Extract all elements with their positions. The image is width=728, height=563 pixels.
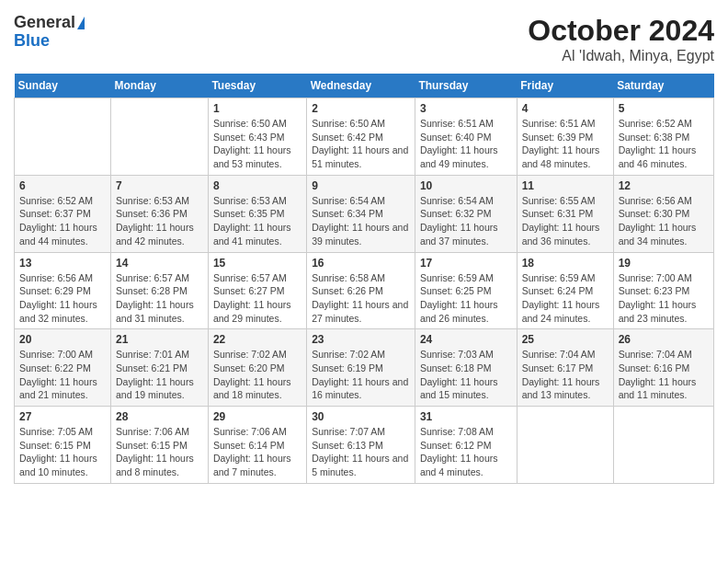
calendar-cell: 3Sunrise: 6:51 AMSunset: 6:40 PMDaylight… — [415, 98, 517, 176]
calendar-cell — [111, 98, 209, 176]
day-detail: Sunrise: 7:00 AMSunset: 6:22 PMDaylight:… — [19, 349, 97, 400]
calendar-cell: 27Sunrise: 7:05 AMSunset: 6:15 PMDayligh… — [15, 407, 111, 484]
day-number: 25 — [522, 333, 609, 346]
day-number: 31 — [420, 410, 512, 423]
day-detail: Sunrise: 6:58 AMSunset: 6:26 PMDaylight:… — [312, 272, 408, 324]
day-detail: Sunrise: 7:00 AMSunset: 6:23 PMDaylight:… — [619, 272, 697, 324]
calendar-cell: 15Sunrise: 6:57 AMSunset: 6:27 PMDayligh… — [208, 252, 306, 329]
day-number: 23 — [312, 333, 410, 346]
day-number: 3 — [420, 102, 512, 115]
calendar-cell: 5Sunrise: 6:52 AMSunset: 6:38 PMDaylight… — [613, 98, 713, 176]
day-detail: Sunrise: 7:05 AMSunset: 6:15 PMDaylight:… — [19, 426, 97, 477]
calendar-cell: 11Sunrise: 6:55 AMSunset: 6:31 PMDayligh… — [517, 175, 613, 252]
calendar-cell — [613, 407, 713, 484]
calendar-cell: 20Sunrise: 7:00 AMSunset: 6:22 PMDayligh… — [15, 329, 111, 407]
calendar-cell: 7Sunrise: 6:53 AMSunset: 6:36 PMDaylight… — [111, 175, 209, 252]
day-number: 5 — [619, 102, 709, 115]
calendar-cell: 31Sunrise: 7:08 AMSunset: 6:12 PMDayligh… — [415, 407, 517, 484]
calendar-cell: 18Sunrise: 6:59 AMSunset: 6:24 PMDayligh… — [517, 252, 613, 329]
calendar-cell: 21Sunrise: 7:01 AMSunset: 6:21 PMDayligh… — [111, 329, 209, 407]
day-detail: Sunrise: 7:03 AMSunset: 6:18 PMDaylight:… — [420, 349, 498, 400]
day-number: 30 — [312, 410, 410, 423]
day-detail: Sunrise: 6:54 AMSunset: 6:34 PMDaylight:… — [312, 195, 408, 247]
day-number: 11 — [522, 179, 609, 192]
calendar-cell: 8Sunrise: 6:53 AMSunset: 6:35 PMDaylight… — [208, 175, 306, 252]
day-detail: Sunrise: 7:02 AMSunset: 6:20 PMDaylight:… — [213, 349, 291, 400]
day-detail: Sunrise: 6:57 AMSunset: 6:27 PMDaylight:… — [213, 272, 291, 324]
day-detail: Sunrise: 6:59 AMSunset: 6:24 PMDaylight:… — [522, 272, 600, 324]
day-number: 15 — [213, 257, 301, 270]
calendar-cell: 10Sunrise: 6:54 AMSunset: 6:32 PMDayligh… — [415, 175, 517, 252]
page-header: General Blue October 2024 Al 'Idwah, Min… — [14, 14, 714, 64]
day-detail: Sunrise: 6:56 AMSunset: 6:29 PMDaylight:… — [19, 272, 97, 324]
calendar-cell — [15, 98, 111, 176]
logo-general-text: General — [14, 14, 75, 32]
calendar-week-3: 13Sunrise: 6:56 AMSunset: 6:29 PMDayligh… — [15, 252, 714, 329]
weekday-header-wednesday: Wednesday — [307, 74, 415, 98]
day-number: 8 — [213, 179, 301, 192]
calendar-cell: 13Sunrise: 6:56 AMSunset: 6:29 PMDayligh… — [15, 252, 111, 329]
calendar-cell: 25Sunrise: 7:04 AMSunset: 6:17 PMDayligh… — [517, 329, 613, 407]
calendar-cell: 12Sunrise: 6:56 AMSunset: 6:30 PMDayligh… — [613, 175, 713, 252]
day-detail: Sunrise: 6:59 AMSunset: 6:25 PMDaylight:… — [420, 272, 498, 324]
day-number: 9 — [312, 179, 410, 192]
day-number: 1 — [213, 102, 301, 115]
day-number: 6 — [19, 179, 106, 192]
day-detail: Sunrise: 6:52 AMSunset: 6:37 PMDaylight:… — [19, 195, 97, 247]
day-number: 29 — [213, 410, 301, 423]
logo-blue-text: Blue — [14, 32, 85, 51]
weekday-header-saturday: Saturday — [613, 74, 713, 98]
calendar-week-2: 6Sunrise: 6:52 AMSunset: 6:37 PMDaylight… — [15, 175, 714, 252]
day-number: 14 — [116, 257, 203, 270]
day-detail: Sunrise: 6:55 AMSunset: 6:31 PMDaylight:… — [522, 195, 600, 247]
calendar-cell: 26Sunrise: 7:04 AMSunset: 6:16 PMDayligh… — [613, 329, 713, 407]
calendar-week-1: 1Sunrise: 6:50 AMSunset: 6:43 PMDaylight… — [15, 98, 714, 176]
logo: General Blue — [14, 14, 85, 51]
day-number: 2 — [312, 102, 410, 115]
day-number: 17 — [420, 257, 512, 270]
calendar-cell: 23Sunrise: 7:02 AMSunset: 6:19 PMDayligh… — [307, 329, 415, 407]
calendar-cell: 2Sunrise: 6:50 AMSunset: 6:42 PMDaylight… — [307, 98, 415, 176]
day-detail: Sunrise: 6:51 AMSunset: 6:39 PMDaylight:… — [522, 118, 600, 169]
calendar-cell: 6Sunrise: 6:52 AMSunset: 6:37 PMDaylight… — [15, 175, 111, 252]
day-detail: Sunrise: 6:52 AMSunset: 6:38 PMDaylight:… — [619, 118, 697, 169]
day-detail: Sunrise: 7:06 AMSunset: 6:15 PMDaylight:… — [116, 426, 194, 477]
day-detail: Sunrise: 6:51 AMSunset: 6:40 PMDaylight:… — [420, 118, 498, 169]
day-detail: Sunrise: 7:07 AMSunset: 6:13 PMDaylight:… — [312, 426, 408, 477]
day-number: 16 — [312, 257, 410, 270]
calendar-week-5: 27Sunrise: 7:05 AMSunset: 6:15 PMDayligh… — [15, 407, 714, 484]
day-detail: Sunrise: 6:57 AMSunset: 6:28 PMDaylight:… — [116, 272, 194, 324]
calendar-cell: 28Sunrise: 7:06 AMSunset: 6:15 PMDayligh… — [111, 407, 209, 484]
calendar-subtitle: Al 'Idwah, Minya, Egypt — [528, 48, 714, 64]
calendar-cell: 22Sunrise: 7:02 AMSunset: 6:20 PMDayligh… — [208, 329, 306, 407]
calendar-cell — [517, 407, 613, 484]
day-detail: Sunrise: 7:06 AMSunset: 6:14 PMDaylight:… — [213, 426, 291, 477]
day-number: 7 — [116, 179, 203, 192]
calendar-cell: 16Sunrise: 6:58 AMSunset: 6:26 PMDayligh… — [307, 252, 415, 329]
calendar-cell: 1Sunrise: 6:50 AMSunset: 6:43 PMDaylight… — [208, 98, 306, 176]
title-block: October 2024 Al 'Idwah, Minya, Egypt — [528, 14, 714, 64]
day-detail: Sunrise: 7:08 AMSunset: 6:12 PMDaylight:… — [420, 426, 498, 477]
day-number: 10 — [420, 179, 512, 192]
day-number: 4 — [522, 102, 609, 115]
day-number: 26 — [619, 333, 709, 346]
calendar-title: October 2024 — [528, 14, 714, 48]
day-detail: Sunrise: 6:50 AMSunset: 6:43 PMDaylight:… — [213, 118, 291, 169]
day-number: 28 — [116, 410, 203, 423]
calendar-header: SundayMondayTuesdayWednesdayThursdayFrid… — [15, 74, 714, 98]
weekday-header-row: SundayMondayTuesdayWednesdayThursdayFrid… — [15, 74, 714, 98]
day-number: 18 — [522, 257, 609, 270]
calendar-cell: 4Sunrise: 6:51 AMSunset: 6:39 PMDaylight… — [517, 98, 613, 176]
logo-triangle-icon — [77, 17, 85, 29]
calendar-cell: 9Sunrise: 6:54 AMSunset: 6:34 PMDaylight… — [307, 175, 415, 252]
calendar-week-4: 20Sunrise: 7:00 AMSunset: 6:22 PMDayligh… — [15, 329, 714, 407]
weekday-header-friday: Friday — [517, 74, 613, 98]
day-detail: Sunrise: 6:56 AMSunset: 6:30 PMDaylight:… — [619, 195, 697, 247]
day-number: 22 — [213, 333, 301, 346]
weekday-header-tuesday: Tuesday — [208, 74, 306, 98]
calendar-body: 1Sunrise: 6:50 AMSunset: 6:43 PMDaylight… — [15, 98, 714, 484]
day-number: 12 — [619, 179, 709, 192]
day-detail: Sunrise: 6:53 AMSunset: 6:35 PMDaylight:… — [213, 195, 291, 247]
day-detail: Sunrise: 6:50 AMSunset: 6:42 PMDaylight:… — [312, 118, 408, 169]
day-detail: Sunrise: 7:02 AMSunset: 6:19 PMDaylight:… — [312, 349, 408, 400]
